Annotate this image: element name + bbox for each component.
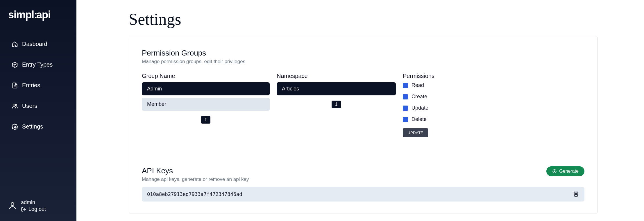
generate-button[interactable]: Generate (546, 166, 584, 176)
permission-delete[interactable]: Delete (403, 116, 584, 122)
page-title: Settings (129, 10, 598, 28)
section-title: Permission Groups (142, 49, 584, 58)
api-key-row: 010a8eb27913ed7933a7f472347846ad (142, 187, 584, 202)
permission-read[interactable]: Read (403, 82, 584, 88)
sidebar: simpl:api Dasboard Entry Types Entries U… (0, 0, 76, 221)
group-name-column: Group Name Admin Member 1 (142, 73, 270, 137)
brand-colon: : (34, 9, 36, 21)
sidebar-item-label: Entry Types (22, 61, 53, 68)
permissions-column: Permissions Read Create (403, 73, 584, 137)
document-icon (12, 82, 18, 89)
home-icon (12, 41, 18, 47)
sidebar-item-label: Dasboard (22, 41, 47, 47)
logout-link[interactable]: Log out (21, 206, 46, 212)
settings-card: Permission Groups Manage permission grou… (129, 37, 598, 213)
svg-point-1 (15, 104, 17, 106)
checkbox-icon (403, 106, 408, 111)
namespace-item-articles[interactable]: Articles (277, 82, 396, 95)
permission-create[interactable]: Create (403, 94, 584, 100)
logout-label: Log out (28, 206, 46, 212)
user-icon (8, 202, 17, 210)
update-button[interactable]: UPDATE (403, 128, 428, 137)
logout-icon (21, 207, 26, 212)
current-username: admin (21, 199, 46, 206)
brand-logo: simpl:api (0, 9, 76, 27)
permission-update[interactable]: Update (403, 105, 584, 111)
sidebar-item-label: Settings (22, 123, 43, 130)
brand-part1: simpl (8, 9, 34, 21)
sidebar-item-settings[interactable]: Settings (12, 123, 65, 130)
checkbox-icon (403, 94, 408, 99)
delete-key-button[interactable] (573, 190, 579, 198)
group-item-member[interactable]: Member (142, 98, 270, 111)
plus-circle-icon (552, 169, 557, 174)
group-item-admin[interactable]: Admin (142, 82, 270, 95)
column-header-group: Group Name (142, 73, 270, 79)
namespaces-pagination: 1 (277, 101, 396, 108)
users-icon (12, 103, 18, 109)
groups-page-number[interactable]: 1 (201, 116, 211, 124)
svg-point-0 (13, 104, 15, 106)
sidebar-footer: admin Log out (0, 199, 76, 215)
sidebar-item-entry-types[interactable]: Entry Types (12, 61, 65, 68)
svg-point-3 (11, 203, 14, 206)
trash-icon (573, 190, 579, 197)
sidebar-item-dashboard[interactable]: Dasboard (12, 41, 65, 47)
api-key-value: 010a8eb27913ed7933a7f472347846ad (147, 191, 242, 197)
sidebar-item-entries[interactable]: Entries (12, 82, 65, 89)
permission-label: Delete (412, 116, 427, 122)
sidebar-item-label: Users (22, 103, 37, 109)
namespace-column: Namespace Articles 1 (277, 73, 396, 137)
section-subtitle: Manage permission groups, edit their pri… (142, 59, 584, 65)
group-label: Member (147, 101, 166, 107)
brand-part2: api (36, 9, 51, 21)
sidebar-item-users[interactable]: Users (12, 103, 65, 109)
permission-label: Create (412, 94, 427, 100)
namespace-label: Articles (282, 86, 299, 92)
checkbox-icon (403, 117, 408, 122)
column-header-namespace: Namespace (277, 73, 396, 79)
section-title: API Keys (142, 166, 249, 175)
permission-groups-section: Permission Groups Manage permission grou… (142, 49, 584, 137)
permission-label: Update (412, 105, 428, 111)
box-icon (12, 62, 18, 68)
svg-point-2 (14, 126, 16, 128)
checkbox-icon (403, 83, 408, 88)
generate-label: Generate (559, 169, 579, 174)
column-header-permissions: Permissions (403, 73, 584, 79)
groups-pagination: 1 (142, 116, 270, 124)
namespaces-page-number[interactable]: 1 (332, 101, 341, 108)
permission-label: Read (412, 82, 424, 88)
main-content: Settings Permission Groups Manage permis… (76, 0, 644, 221)
section-subtitle: Manage api keys, generate or remove an a… (142, 177, 249, 182)
api-keys-section: API Keys Manage api keys, generate or re… (142, 166, 584, 202)
sidebar-item-label: Entries (22, 82, 40, 89)
sidebar-nav: Dasboard Entry Types Entries Users Setti… (0, 41, 76, 130)
gear-icon (12, 124, 18, 130)
group-label: Admin (147, 86, 162, 92)
